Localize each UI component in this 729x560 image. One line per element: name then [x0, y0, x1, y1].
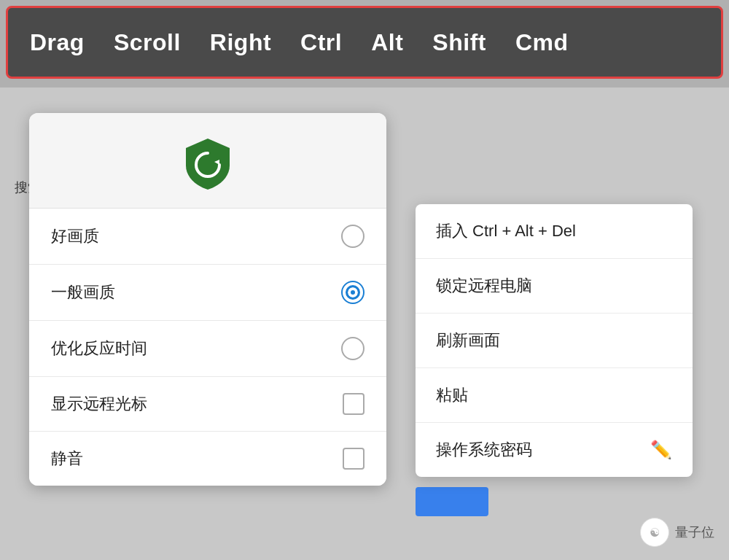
panel-item-normal-quality[interactable]: 一般画质: [29, 265, 386, 321]
toolbar-item-ctrl[interactable]: Ctrl: [300, 29, 342, 56]
toolbar-item-alt[interactable]: Alt: [371, 29, 403, 56]
shield-icon: [179, 135, 237, 193]
context-label-insert-ctrl-alt-del: 插入 Ctrl + Alt + Del: [436, 220, 576, 242]
right-context-menu: 插入 Ctrl + Alt + Del锁定远程电脑刷新画面粘贴操作系统密码✏️: [416, 204, 693, 477]
toolbar-item-scroll[interactable]: Scroll: [114, 29, 181, 56]
context-item-lock-remote[interactable]: 锁定远程电脑: [416, 259, 693, 314]
context-label-lock-remote: 锁定远程电脑: [436, 275, 532, 297]
checkbox-mute[interactable]: [343, 448, 364, 470]
context-item-os-password[interactable]: 操作系统密码✏️: [416, 423, 693, 477]
context-label-paste: 粘贴: [436, 384, 468, 406]
panel-item-label-mute: 静音: [51, 448, 83, 470]
context-label-os-password: 操作系统密码: [436, 439, 532, 461]
watermark-logo: ☯: [640, 518, 669, 547]
panel-item-show-cursor[interactable]: 显示远程光标: [29, 377, 386, 432]
checkbox-show-cursor[interactable]: [343, 393, 364, 415]
radio-high-quality[interactable]: [341, 225, 364, 248]
panel-header: [29, 113, 386, 209]
context-item-insert-ctrl-alt-del[interactable]: 插入 Ctrl + Alt + Del: [416, 204, 693, 259]
radio-optimize-response[interactable]: [341, 337, 364, 360]
radio-normal-quality[interactable]: [341, 281, 364, 304]
watermark-text: 量子位: [675, 524, 714, 541]
context-item-paste[interactable]: 粘贴: [416, 368, 693, 423]
watermark: ☯ 量子位: [640, 518, 714, 547]
pencil-icon: ✏️: [650, 440, 672, 460]
panel-item-high-quality[interactable]: 好画质: [29, 209, 386, 265]
toolbar-item-cmd[interactable]: Cmd: [515, 29, 569, 56]
panel-item-mute[interactable]: 静音: [29, 432, 386, 486]
toolbar-item-shift[interactable]: Shift: [432, 29, 486, 56]
panel-item-label-show-cursor: 显示远程光标: [51, 393, 147, 415]
toolbar-item-drag[interactable]: Drag: [30, 29, 85, 56]
panel-item-label-high-quality: 好画质: [51, 225, 99, 247]
toolbar-item-right[interactable]: Right: [210, 29, 271, 56]
panel-item-label-normal-quality: 一般画质: [51, 281, 115, 303]
radio-inner-normal-quality: [346, 285, 360, 300]
left-panel: 好画质一般画质优化反应时间显示远程光标静音: [29, 113, 386, 486]
context-label-refresh-screen: 刷新画面: [436, 330, 500, 351]
bottom-blue-bar: [416, 487, 488, 516]
context-item-refresh-screen[interactable]: 刷新画面: [416, 314, 693, 368]
panel-item-label-optimize-response: 优化反应时间: [51, 338, 147, 359]
panel-item-optimize-response[interactable]: 优化反应时间: [29, 321, 386, 377]
toolbar: DragScrollRightCtrlAltShiftCmd: [6, 6, 723, 79]
